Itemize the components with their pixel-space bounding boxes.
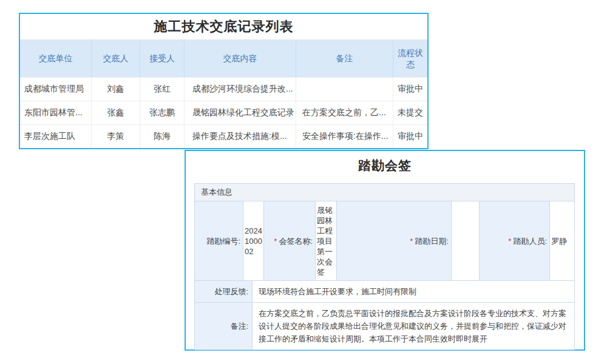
disclosure-table-header: 交底单位 交底人 接受人 交底内容 备注 流程状态 [20, 40, 427, 77]
basic-info-fields-row: 踏勘编号: 2024100002 *会签名称: 晟铭园林工程项目第一次会签 *踏… [195, 201, 574, 281]
page: 施工技术交底记录列表 交底单位 交底人 接受人 交底内容 备注 流程状态 成都城… [0, 0, 607, 364]
survey-date-label-text: 踏勘日期: [415, 236, 449, 246]
column-header-remark: 备注 [296, 40, 393, 77]
table-row-1-status-badge[interactable]: 审批中 [393, 77, 427, 101]
table-row-2-discloser[interactable]: 张鑫 [92, 101, 140, 124]
column-header-status: 流程状态 [393, 40, 427, 77]
survey-person-label-text: 踏勘人员: [513, 236, 547, 246]
survey-countersign-title: 踏勘会签 [186, 151, 584, 177]
feedback-value: 现场环境符合施工开设要求，施工时间有限制 [253, 281, 574, 302]
survey-date-label: *踏勘日期: [337, 201, 452, 280]
survey-person-value: 罗静 [550, 201, 574, 280]
basic-info-section-header: 基本信息 [195, 184, 574, 201]
table-row-1-content[interactable]: 成都沙河环境综合提升改... [185, 77, 296, 101]
column-header-content: 交底内容 [185, 40, 296, 77]
disclosure-table-body: 成都城市管理局 刘鑫 张红 成都沙河环境综合提升改... 审批中 东阳市园林管.… [20, 77, 427, 148]
column-header-discloser: 交底人 [92, 40, 140, 77]
remark-label: 备注: [195, 303, 253, 349]
table-row-2-receiver[interactable]: 张志鹏 [140, 101, 185, 124]
sign-name-value: 晟铭园林工程项目第一次会签 [316, 201, 337, 280]
sign-name-label: *会签名称: [264, 201, 316, 280]
survey-no-value: 2024100002 [243, 201, 264, 280]
table-row-3-unit[interactable]: 李层次施工队 [20, 124, 92, 148]
table-row-2-status-badge[interactable]: 未提交 [393, 101, 427, 124]
table-row-1-unit[interactable]: 成都城市管理局 [20, 77, 92, 101]
required-asterisk: * [508, 236, 511, 246]
table-row-3-discloser[interactable]: 李策 [92, 124, 140, 148]
table-row-3-remark[interactable]: 安全操作事项:在操作... [296, 124, 393, 148]
column-header-receiver: 接受人 [140, 40, 185, 77]
required-asterisk: * [274, 236, 277, 246]
table-row-3-content[interactable]: 操作要点及技术措施:模... [185, 124, 296, 148]
table-row-3-receiver[interactable]: 陈海 [140, 124, 185, 148]
table-row-2-content[interactable]: 晟铭园林绿化工程交底记录 [185, 101, 296, 124]
remark-row: 备注: 在方案交底之前，乙负责总平面设计的报批配合及方案设计阶段各专业的技术支、… [195, 303, 574, 349]
survey-person-label: *踏勘人员: [480, 201, 550, 280]
table-row-1-discloser[interactable]: 刘鑫 [92, 77, 140, 101]
survey-countersign-panel: 踏勘会签 基本信息 踏勘编号: 2024100002 *会签名称: 晟铭园林工程… [185, 150, 585, 351]
feedback-label: 处理反馈: [195, 281, 253, 302]
survey-no-label: 踏勘编号: [195, 201, 243, 280]
table-row-1-receiver[interactable]: 张红 [140, 77, 185, 101]
disclosure-list-title: 施工技术交底记录列表 [20, 14, 427, 40]
table-row-2-unit[interactable]: 东阳市园林管... [20, 101, 92, 124]
feedback-row: 处理反馈: 现场环境符合施工开设要求，施工时间有限制 [195, 281, 574, 303]
disclosure-record-list-panel: 施工技术交底记录列表 交底单位 交底人 接受人 交底内容 备注 流程状态 成都城… [19, 13, 429, 149]
survey-no-label-text: 踏勘编号: [206, 236, 240, 246]
required-asterisk: * [410, 236, 413, 246]
survey-date-value [452, 201, 480, 280]
table-row-3-status-badge[interactable]: 审批中 [393, 124, 427, 148]
table-row-2-remark[interactable]: 在方案交底之前，乙... [296, 101, 393, 124]
sign-name-label-text: 会签名称: [279, 236, 313, 246]
table-row-1-remark[interactable] [296, 77, 393, 101]
survey-form: 基本信息 踏勘编号: 2024100002 *会签名称: 晟铭园林工程项目第一次… [194, 183, 575, 350]
remark-value: 在方案交底之前，乙负责总平面设计的报批配合及方案设计阶段各专业的技术支、对方案设… [253, 303, 574, 349]
column-header-unit: 交底单位 [20, 40, 92, 77]
